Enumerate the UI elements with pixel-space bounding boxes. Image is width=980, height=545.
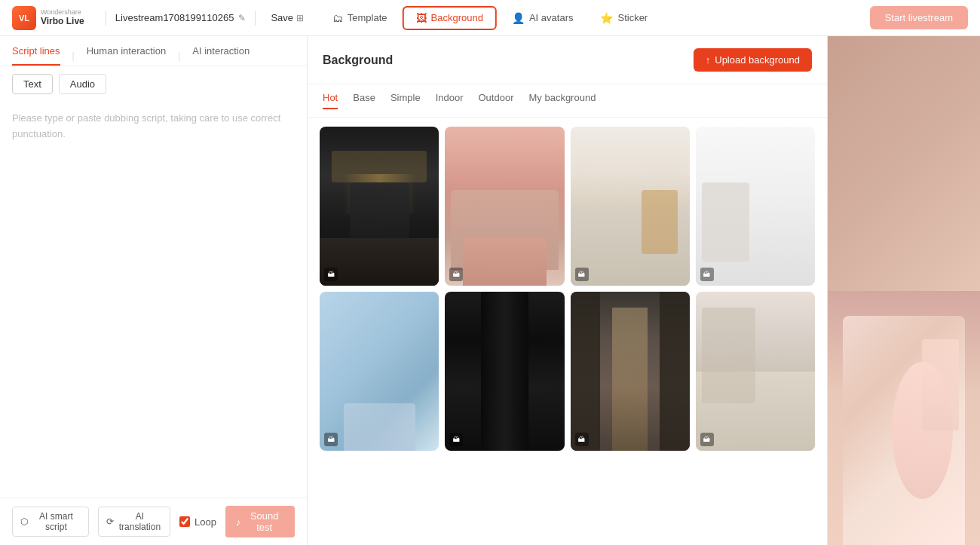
sound-test-button[interactable]: ♪ Sound test [225,506,295,537]
filter-simple[interactable]: Simple [390,92,421,109]
preview-background [828,36,980,545]
filter-base[interactable]: Base [353,92,375,109]
bg-item-blue-abstract[interactable]: 🏔 [320,292,439,451]
tab-ai-interaction[interactable]: AI interaction [192,45,250,66]
navbar-right: Start livestream [870,6,968,29]
upload-icon: ↑ [706,54,711,66]
ai-translation-button[interactable]: ⟳ AI translation [98,507,170,537]
filter-my-background[interactable]: My background [528,92,596,109]
ai-smart-script-label: AI smart script [32,511,81,532]
save-label: Save [271,12,293,23]
bg-grid: 🏔 🏔 🏔 [308,118,827,545]
logo-icon: VL [12,6,36,30]
loop-area: Loop [179,516,216,528]
nav-divider-1 [106,11,106,26]
tab-ai-avatars[interactable]: 👤 AI avatars [500,8,586,29]
upload-btn-label: Upload background [715,54,800,66]
bg-beige-room-preview: 🏔 [696,292,815,451]
filter-outdoor[interactable]: Outdoor [479,92,514,109]
audio-button[interactable]: Audio [59,74,106,94]
background-nav-icon: 🖼 [416,12,427,24]
sound-icon: ♪ [236,516,241,528]
logo-text: Wondershare Virbo Live [41,9,84,26]
template-icon: 🗂 [332,12,343,24]
tab-sticker-label: Sticker [617,12,648,23]
left-tab-divider-1: | [72,51,75,61]
bg-living-preview: 🏔 [571,127,690,286]
text-button[interactable]: Text [12,74,53,94]
tab-template[interactable]: 🗂 Template [320,8,400,29]
script-type-buttons: Text Audio [0,66,307,102]
stream-name: Livestream1708199110265 ✎ [115,12,247,23]
bg-panel-header: Background ↑ Upload background [308,36,827,84]
ai-smart-script-button[interactable]: ⬡ AI smart script [12,507,89,537]
nav-divider-2 [255,11,256,26]
bg-item-living[interactable]: 🏔 [571,127,690,286]
tab-template-label: Template [348,12,387,23]
bg-item-icon-white: 🏔 [700,268,714,281]
tab-background[interactable]: 🖼 Background [403,6,497,30]
bg-item-icon-corridor: 🏔 [575,433,589,446]
navbar: VL Wondershare Virbo Live Livestream1708… [0,0,980,36]
bg-dark-pillar-preview: 🏔 [445,292,564,451]
ai-script-icon: ⬡ [20,516,28,527]
sound-test-label: Sound test [244,510,284,533]
bg-pink-room-preview: 🏔 [445,127,564,286]
bg-item-icon-blue: 🏔 [324,433,338,446]
bg-white-room-preview: 🏔 [696,127,815,286]
upload-background-button[interactable]: ↑ Upload background [694,48,812,72]
loop-label: Loop [194,516,216,528]
save-button[interactable]: Save ⊞ [271,12,304,23]
bg-item-white-room[interactable]: 🏔 [696,127,815,286]
nav-tabs: 🗂 Template 🖼 Background 👤 AI avatars ⭐ S… [320,6,660,30]
logo: VL Wondershare Virbo Live [12,6,84,30]
filter-indoor[interactable]: Indoor [436,92,464,109]
tab-human-interaction[interactable]: Human interaction [87,45,167,66]
ai-translation-label: AI translation [118,511,162,532]
left-footer: ⬡ AI smart script ⟳ AI translation Loop … [0,498,307,545]
bg-item-icon-living: 🏔 [575,268,589,281]
start-livestream-button[interactable]: Start livestream [870,6,968,29]
tab-ai-avatars-label: AI avatars [529,12,574,23]
stream-name-text: Livestream1708199110265 [115,12,234,23]
loop-checkbox[interactable] [179,516,190,527]
bg-item-kitchen[interactable]: 🏔 [320,127,439,286]
left-tab-divider-2: | [178,51,180,61]
bg-item-icon-beige: 🏔 [700,433,714,446]
tab-background-label: Background [431,12,483,23]
background-panel: Background ↑ Upload background Hot Base … [308,36,828,545]
bg-blue-abstract-preview: 🏔 [320,292,439,451]
left-panel: Script lines | Human interaction | AI in… [0,36,308,545]
bg-item-icon-dark: 🏔 [449,433,463,446]
edit-stream-icon[interactable]: ✎ [238,13,246,23]
left-panel-tabs: Script lines | Human interaction | AI in… [0,36,307,66]
bg-item-corridor[interactable]: 🏔 [571,292,690,451]
script-area[interactable]: Please type or paste dubbing script, tak… [0,102,307,498]
tab-script-lines[interactable]: Script lines [12,45,60,66]
ai-avatars-icon: 👤 [512,12,525,24]
bg-item-pink-room[interactable]: 🏔 [445,127,564,286]
filter-hot[interactable]: Hot [323,92,338,109]
logo-product: Virbo Live [41,17,84,26]
main-layout: Script lines | Human interaction | AI in… [0,36,980,545]
tab-sticker[interactable]: ⭐ Sticker [588,8,660,29]
bg-item-beige-room[interactable]: 🏔 [696,292,815,451]
save-icon: ⊞ [296,13,304,23]
bg-item-icon-kitchen: 🏔 [324,268,338,281]
right-area: Background ↑ Upload background Hot Base … [308,36,980,545]
preview-area [828,36,980,545]
bg-item-dark-pillar[interactable]: 🏔 [445,292,564,451]
bg-panel-title: Background [323,54,393,67]
bg-filter-tabs: Hot Base Simple Indoor Outdoor My backgr… [308,84,827,118]
bg-kitchen-preview: 🏔 [320,127,439,286]
bg-corridor-preview: 🏔 [571,292,690,451]
script-placeholder: Please type or paste dubbing script, tak… [12,112,280,139]
sticker-icon: ⭐ [600,12,613,24]
bg-item-icon-pink: 🏔 [449,268,463,281]
ai-translate-icon: ⟳ [106,516,114,527]
